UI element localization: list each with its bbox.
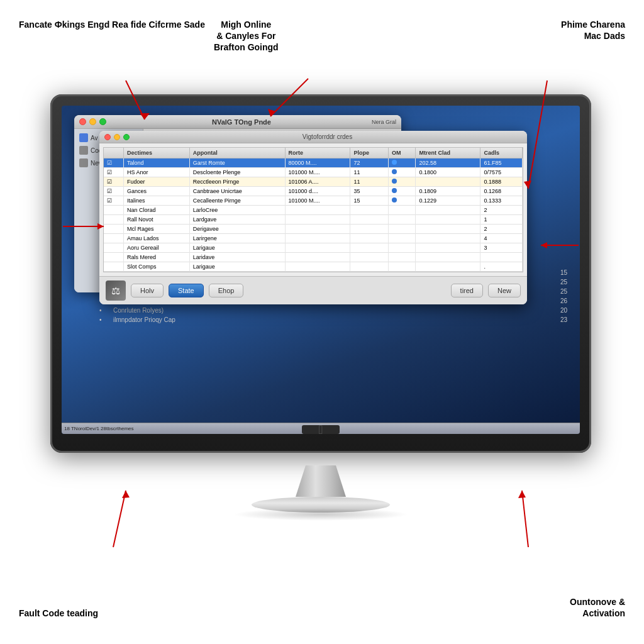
new-button[interactable]: New [488, 284, 521, 297]
col-dectimes: Dectimes [124, 148, 190, 158]
traffic-lights [79, 118, 106, 125]
table-row[interactable]: ☑ Talond Garst Romte 80000 M.... 72 202.… [104, 158, 523, 168]
dot-icon [392, 179, 397, 184]
cell-appontal: Garst Romte [189, 158, 285, 168]
cell-name: Talond [124, 158, 190, 168]
screen-frame: Buging Trolev.il Contumen toy 15 Supplie… [50, 94, 591, 453]
sub-titlebar: Vigtoforrddr crdes [99, 131, 527, 143]
close-button[interactable] [79, 118, 86, 125]
screen: Buging Trolev.il Contumen toy 15 Supplie… [62, 106, 580, 434]
dialog-icon: ⚖ [106, 280, 126, 301]
ehop-button[interactable]: Ehop [209, 284, 244, 297]
cell-plope: 72 [350, 158, 388, 168]
table-row[interactable]: Aoru Gereail Larigaue 3 [104, 243, 523, 253]
dialog-footer: ⚖ Holv State Ehop tired New [99, 276, 527, 304]
sidebar-icon-avoffe [79, 133, 88, 142]
main-window-title: NValG TOng Pnde [111, 118, 372, 126]
sub-maximize[interactable] [123, 134, 130, 140]
col-rorte: Rorte [285, 148, 350, 158]
table-row[interactable]: Rals Mered Laridave [104, 253, 523, 262]
col-om: OM [388, 148, 415, 158]
table-row[interactable]: Nan Clorad LarloCree 2 [104, 206, 523, 215]
table-row[interactable]: Rall Novot Lardgave 1 [104, 215, 523, 225]
taskbar-text: 18 TNorolDev/1 28tbscrthemes [64, 426, 134, 431]
bg-item-4: Conrluten Rolyes) 20 [106, 306, 567, 315]
data-table: Dectimes Appontal Rorte Plope OM Mtrent … [104, 148, 523, 272]
maximize-button[interactable] [99, 118, 106, 125]
table-row[interactable]: Slot Comps Larigaue . [104, 262, 523, 272]
table-row[interactable]: ☑ Italines Cecalleente Pirnge 101000 M..… [104, 196, 523, 206]
table-row[interactable]: ☑ Fudoer Recctleeon Pirnge 101006 A.... … [104, 177, 523, 187]
annotation-bot-left: Fault Code teading [19, 608, 98, 619]
table-row[interactable]: Mcl Rages Derigavee 2 [104, 225, 523, 234]
table-row[interactable]: ☑ HS Anor Descloente Plenge 101000 M....… [104, 168, 523, 177]
col-cadls: Cadls [480, 148, 523, 158]
state-button[interactable]: State [169, 284, 204, 297]
annotation-top-mid: Migh Online& Canyles ForBrafton Goingd [214, 19, 279, 53]
col-clad: Mtrent Clad [416, 148, 480, 158]
sub-close[interactable] [104, 134, 111, 140]
annotation-top-right: Phime CharenaMac Dads [561, 19, 625, 42]
sub-dialog-window: Vigtoforrddr crdes Dectimes Appontal Ror… [99, 131, 527, 304]
cell-cadls: 61.F85 [480, 158, 523, 168]
bg-item-5: ilmnpdator Prioqy Cap 23 [106, 315, 567, 325]
table-header-row: Dectimes Appontal Rorte Plope OM Mtrent … [104, 148, 523, 158]
imac-base-shadow [233, 508, 409, 521]
col-check [104, 148, 124, 158]
cell-check: ☑ [104, 158, 124, 168]
imac-stand-neck [296, 465, 346, 497]
cell-om [388, 158, 415, 168]
sidebar-icon-cooler [79, 146, 88, 155]
dot-icon [392, 188, 397, 193]
dot-icon [392, 197, 397, 203]
annotation-top-left: Fancate Фkings Engd Rea fide Cifcrme Sad… [19, 19, 205, 30]
window-subtitle: Nera Gral [372, 119, 396, 125]
cell-clad: 202.58 [416, 158, 480, 168]
dot-icon [392, 169, 397, 174]
apple-logo-icon:  [318, 423, 323, 437]
tired-button[interactable]: tired [451, 284, 483, 297]
data-table-container: Dectimes Appontal Rorte Plope OM Mtrent … [103, 147, 523, 272]
sub-minimize[interactable] [114, 134, 120, 140]
annotation-bot-right: Ountonove &Activation [570, 596, 625, 619]
holv-button[interactable]: Holv [131, 284, 164, 297]
main-window-titlebar: NValG TOng Pnde Nera Gral [74, 115, 401, 129]
col-appontal: Appontal [189, 148, 285, 158]
minimize-button[interactable] [89, 118, 96, 125]
sub-window-title: Vigtoforrddr crdes [133, 133, 522, 140]
imac-monitor: Buging Trolev.il Contumen toy 15 Supplie… [50, 94, 591, 503]
col-plope: Plope [350, 148, 388, 158]
table-row[interactable]: Amau Lados Larirgene 4 [104, 234, 523, 243]
imac-chin:  [302, 425, 340, 434]
cell-rorte: 80000 M.... [285, 158, 350, 168]
table-row[interactable]: ☑ Gances Canbtraee Unicrtae 101000 d....… [104, 187, 523, 196]
sidebar-icon-newer [79, 158, 88, 167]
